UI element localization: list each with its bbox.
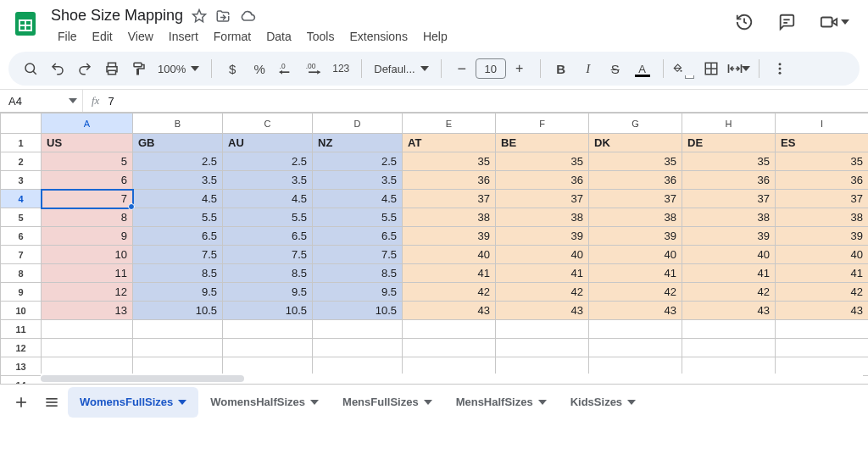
decrease-decimal-icon[interactable]: .0 [275, 57, 298, 80]
cell[interactable] [42, 320, 133, 339]
text-color-icon[interactable]: A [631, 57, 654, 80]
cell[interactable] [496, 339, 589, 357]
cloud-icon[interactable] [239, 8, 256, 25]
cell[interactable]: 40 [403, 246, 496, 264]
cell[interactable] [403, 320, 496, 339]
search-icon[interactable] [19, 57, 42, 80]
cell[interactable]: 7.5 [133, 246, 223, 264]
currency-icon[interactable]: $ [220, 57, 244, 80]
move-icon[interactable] [215, 8, 231, 24]
cell[interactable]: ES [776, 134, 869, 152]
col-header-C[interactable]: C [223, 113, 313, 134]
cell[interactable]: 41 [403, 264, 496, 283]
cell[interactable] [589, 320, 682, 339]
cell[interactable]: 41 [589, 264, 682, 283]
cell[interactable]: US [42, 134, 133, 152]
cell[interactable]: 35 [589, 152, 682, 171]
cell[interactable]: 35 [776, 152, 869, 171]
fill-color-icon[interactable] [672, 57, 696, 80]
cell[interactable]: 8.5 [133, 264, 223, 283]
sheet-tab[interactable]: KidsSizes [559, 387, 648, 418]
cell[interactable] [403, 339, 496, 357]
col-header-B[interactable]: B [133, 113, 223, 134]
cell[interactable]: 41 [682, 264, 776, 283]
cell[interactable]: 43 [403, 302, 496, 320]
cell[interactable]: 39 [403, 227, 496, 246]
strikethrough-icon[interactable]: S [604, 57, 627, 80]
sheets-logo[interactable] [8, 7, 42, 41]
formula-bar-value[interactable]: 7 [108, 95, 114, 108]
col-header-H[interactable]: H [682, 113, 776, 134]
cell[interactable]: 41 [776, 264, 869, 283]
cell[interactable]: 36 [496, 171, 589, 190]
cell[interactable]: 8.5 [223, 264, 313, 283]
cell[interactable]: 42 [403, 283, 496, 302]
cell[interactable]: 37 [776, 190, 869, 208]
cell[interactable]: 35 [403, 152, 496, 171]
menu-extensions[interactable]: Extensions [342, 26, 414, 47]
cell[interactable]: 5.5 [313, 208, 403, 227]
cell[interactable]: 36 [682, 171, 776, 190]
cell[interactable]: 40 [776, 246, 869, 264]
cell[interactable]: 37 [589, 190, 682, 208]
cell[interactable] [42, 339, 133, 357]
cell[interactable]: 36 [589, 171, 682, 190]
cell[interactable]: AT [403, 134, 496, 152]
undo-icon[interactable] [46, 57, 70, 80]
history-icon[interactable] [734, 12, 754, 32]
row-header[interactable]: 11 [1, 320, 42, 339]
redo-icon[interactable] [73, 57, 97, 80]
chevron-down-icon[interactable] [424, 400, 432, 405]
cell[interactable]: 39 [776, 227, 869, 246]
cell[interactable] [133, 320, 223, 339]
sheet-tab[interactable]: MensFullSizes [331, 387, 444, 418]
cell[interactable]: 35 [682, 152, 776, 171]
cell[interactable]: 7.5 [313, 246, 403, 264]
row-header[interactable]: 2 [1, 152, 42, 171]
cell[interactable]: 41 [496, 264, 589, 283]
cell[interactable]: DK [589, 134, 682, 152]
borders-icon[interactable] [699, 57, 723, 80]
cell[interactable] [589, 339, 682, 357]
row-header[interactable]: 8 [1, 264, 42, 283]
row-header[interactable]: 1 [1, 134, 42, 152]
cell[interactable]: GB [133, 134, 223, 152]
cell[interactable]: 43 [682, 302, 776, 320]
cell[interactable]: 38 [496, 208, 589, 227]
menu-format[interactable]: Format [207, 26, 258, 47]
cell[interactable]: 38 [682, 208, 776, 227]
col-header-D[interactable]: D [313, 113, 403, 134]
menu-edit[interactable]: Edit [86, 26, 120, 47]
cell[interactable]: 42 [776, 283, 869, 302]
row-header[interactable]: 4 [1, 190, 42, 208]
cell[interactable] [776, 339, 869, 357]
cell[interactable]: 5.5 [133, 208, 223, 227]
row-header[interactable]: 9 [1, 283, 42, 302]
cell[interactable]: 10.5 [223, 302, 313, 320]
spreadsheet-grid[interactable]: ABCDEFGHI 1USGBAUNZATBEDKDEES252.52.52.5… [0, 113, 868, 395]
zoom-select[interactable]: 100% [154, 63, 203, 75]
menu-data[interactable]: Data [259, 26, 298, 47]
sheet-tab[interactable]: WomensFullSizes [68, 387, 198, 418]
percent-icon[interactable]: % [248, 57, 271, 80]
cell[interactable]: 10 [42, 246, 133, 264]
cell[interactable]: 38 [589, 208, 682, 227]
cell[interactable]: 8 [42, 208, 133, 227]
horizontal-scrollbar[interactable] [41, 374, 863, 384]
font-select[interactable]: Defaul... [370, 63, 431, 75]
increase-decimal-icon[interactable]: .00 [302, 57, 326, 80]
cell[interactable]: 10.5 [313, 302, 403, 320]
cell[interactable]: 43 [589, 302, 682, 320]
cell[interactable]: 39 [589, 227, 682, 246]
row-header[interactable]: 5 [1, 208, 42, 227]
font-size-increase-icon[interactable]: + [508, 57, 531, 80]
cell[interactable]: 13 [42, 302, 133, 320]
sheet-tab[interactable]: MensHalfSizes [444, 387, 559, 418]
cell[interactable]: 2.5 [133, 152, 223, 171]
row-header[interactable]: 3 [1, 171, 42, 190]
sheet-tab[interactable]: WomensHalfSizes [198, 387, 331, 418]
cell[interactable]: 35 [496, 152, 589, 171]
font-size-decrease-icon[interactable]: − [450, 57, 474, 80]
cell[interactable]: 6 [42, 171, 133, 190]
cell[interactable]: 40 [496, 246, 589, 264]
